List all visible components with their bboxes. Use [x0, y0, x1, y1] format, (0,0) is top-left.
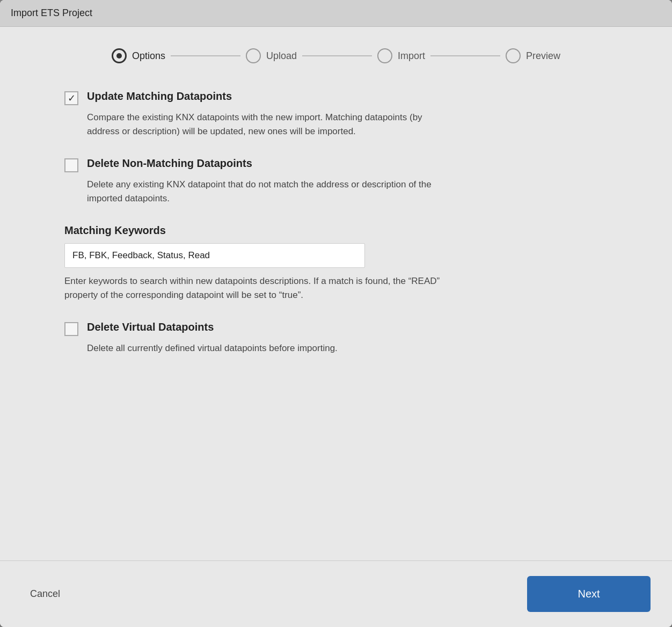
delete-nonmatching-header: Delete Non-Matching Datapoints	[64, 157, 640, 172]
dialog-body: Options Upload Import Preview	[0, 27, 672, 560]
step-import-label: Import	[398, 50, 425, 62]
step-preview: Preview	[506, 48, 560, 63]
step-upload-label: Upload	[266, 50, 297, 62]
step-upload: Upload	[246, 48, 297, 63]
delete-virtual-option: Delete Virtual Datapoints Delete all cur…	[64, 321, 640, 355]
update-matching-option: ✓ Update Matching Datapoints Compare the…	[64, 90, 640, 138]
title-bar: Import ETS Project	[0, 0, 672, 27]
next-button[interactable]: Next	[527, 576, 651, 612]
step-line-1	[171, 55, 240, 56]
keywords-desc: Enter keywords to search within new data…	[64, 274, 451, 302]
step-line-2	[302, 55, 372, 56]
delete-virtual-title: Delete Virtual Datapoints	[87, 321, 214, 333]
cancel-button[interactable]: Cancel	[21, 583, 69, 605]
delete-virtual-header: Delete Virtual Datapoints	[64, 321, 640, 336]
delete-virtual-desc: Delete all currently defined virtual dat…	[64, 341, 451, 355]
update-matching-checkbox[interactable]: ✓	[64, 91, 78, 105]
delete-nonmatching-option: Delete Non-Matching Datapoints Delete an…	[64, 157, 640, 205]
step-options: Options	[112, 48, 165, 63]
step-preview-label: Preview	[526, 50, 560, 62]
import-dialog: Import ETS Project Options Upload Import	[0, 0, 672, 627]
update-matching-title: Update Matching Datapoints	[87, 90, 232, 103]
dialog-title: Import ETS Project	[11, 8, 92, 18]
step-options-label: Options	[132, 50, 165, 62]
step-line-3	[430, 55, 500, 56]
update-matching-desc: Compare the existing KNX datapoints with…	[64, 111, 451, 138]
update-matching-header: ✓ Update Matching Datapoints	[64, 90, 640, 105]
matching-keywords-section: Matching Keywords Enter keywords to sear…	[64, 224, 640, 302]
step-import: Import	[377, 48, 425, 63]
checkmark-icon: ✓	[68, 93, 76, 103]
delete-virtual-checkbox[interactable]	[64, 322, 78, 336]
dialog-footer: Cancel Next	[0, 560, 672, 627]
content-area: ✓ Update Matching Datapoints Compare the…	[32, 90, 640, 539]
keywords-label: Matching Keywords	[64, 224, 640, 237]
keywords-input[interactable]	[64, 243, 365, 268]
steps-nav: Options Upload Import Preview	[32, 48, 640, 63]
delete-nonmatching-checkbox[interactable]	[64, 158, 78, 172]
delete-nonmatching-desc: Delete any existing KNX datapoint that d…	[64, 178, 451, 205]
step-preview-circle	[506, 48, 521, 63]
step-import-circle	[377, 48, 392, 63]
step-upload-circle	[246, 48, 261, 63]
step-options-circle	[112, 48, 127, 63]
delete-nonmatching-title: Delete Non-Matching Datapoints	[87, 157, 252, 170]
